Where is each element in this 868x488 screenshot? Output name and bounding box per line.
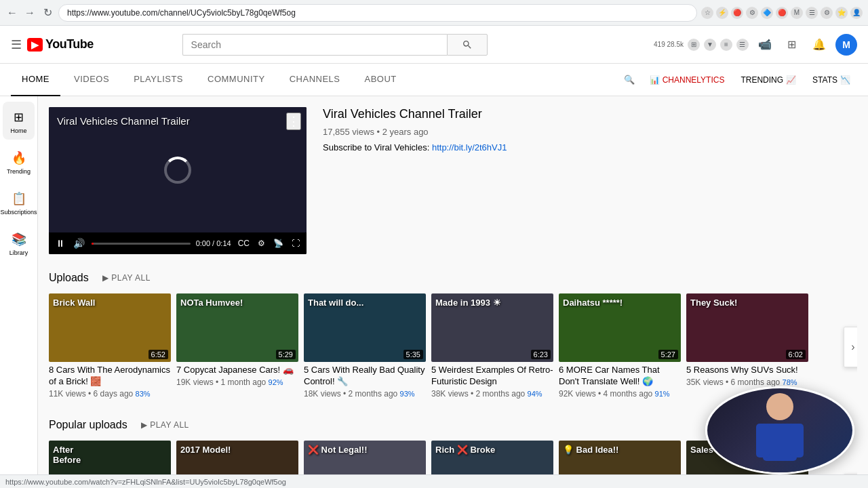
video-card-meta-2: 18K views • 2 months ago 93% (304, 389, 426, 399)
ext-icon-4[interactable]: 🔷 (761, 7, 773, 19)
ext-icon-10[interactable]: 👤 (850, 7, 863, 19)
bookmark-icon[interactable]: ☆ (701, 7, 713, 19)
ext-icon-1[interactable]: ⚡ (716, 7, 728, 19)
pause-button[interactable]: ⏸ (54, 237, 66, 250)
search-input[interactable] (182, 34, 447, 56)
sidebar-item-subscriptions[interactable]: 📋 Subscriptions (3, 183, 35, 221)
video-card-title-4: 6 MORE Car Names That Don't Translate We… (559, 365, 681, 388)
bandwidth-stat: 419 28.5k (654, 41, 684, 48)
hamburger-menu[interactable]: ☰ (11, 37, 22, 52)
video-player[interactable]: Viral Vehicles Channel Trailer ⋮ ⏸ 🔊 (49, 107, 307, 254)
subtitles-button[interactable]: CC (237, 237, 251, 249)
popular-play-all[interactable]: ▶ PLAY ALL (136, 418, 195, 432)
trending-button[interactable]: TRENDING 📈 (734, 69, 803, 91)
tab-home[interactable]: HOME (11, 64, 60, 96)
ext-icon-6[interactable]: M (791, 7, 803, 19)
apps-icon[interactable]: ⊞ (781, 34, 803, 56)
video-overlay-title: Viral Vehicles Channel Trailer (57, 115, 190, 127)
url-text: https://www.youtube.com/channel/UCy5viol… (67, 8, 296, 18)
uploads-title: Uploads (49, 272, 89, 284)
like-badge-2: 93% (400, 390, 415, 398)
mute-button[interactable]: 🔊 (72, 237, 86, 250)
svg-rect-2 (756, 424, 770, 458)
tab-about[interactable]: ABOUT (354, 64, 408, 96)
sidebar-item-trending[interactable]: 🔥 Trending (3, 142, 35, 180)
uploads-play-all[interactable]: ▶ PLAY ALL (97, 270, 156, 285)
video-thumb-3: Made in 1993 ☀ 6:23 (431, 293, 553, 362)
stats-button[interactable]: STATS 📉 (806, 69, 857, 91)
floating-video-inner (707, 388, 852, 472)
sidebar-item-library[interactable]: 📚 Library (3, 224, 35, 262)
youtube-header: ☰ ▶ YouTube 419 28.5k ⊞ ▼ ≡ ☰ 📹 ⊞ 🔔 M (0, 26, 868, 64)
video-card[interactable]: NOTa Humvee! 5:29 7 Copycat Japanese Car… (176, 293, 298, 390)
thumb-title-4: 💡 Bad Idea!! (563, 445, 618, 455)
tab-channels[interactable]: CHANNELS (279, 64, 351, 96)
video-thumb-5: They Suck! 6:02 (686, 293, 808, 362)
next-button[interactable]: › (844, 327, 857, 367)
address-bar[interactable]: https://www.youtube.com/channel/UCy5viol… (58, 4, 697, 22)
header-extensions: 419 28.5k ⊞ ▼ ≡ ☰ (654, 39, 749, 51)
ext-icon-9[interactable]: ⭐ (835, 7, 848, 19)
floating-video[interactable] (705, 386, 854, 474)
channelytics-button[interactable]: 📊 CHANNELYTICS (643, 69, 732, 91)
forward-button[interactable]: → (23, 6, 37, 20)
notifications-icon[interactable]: 🔔 (808, 34, 830, 56)
trending-icon: 📈 (786, 75, 796, 85)
video-controls: ⏸ 🔊 0:00 / 0:14 CC ⚙ 📡 ⛶ (49, 232, 307, 254)
cast-button[interactable]: 📡 (272, 237, 285, 249)
fullscreen-button[interactable]: ⛶ (290, 237, 301, 249)
status-bar: https://www.youtube.com/watch?v=zFHLqiSN… (0, 474, 868, 488)
video-card[interactable]: That will do... 5:35 5 Cars With Really … (304, 293, 426, 401)
like-badge-4: 91% (655, 390, 670, 398)
sidebar-subscriptions-label: Subscriptions (0, 209, 37, 216)
tab-videos[interactable]: VIDEOS (63, 64, 120, 96)
channel-search-button[interactable]: 🔍 (618, 69, 640, 91)
video-thumb-4: Daihatsu *****! 5:27 (559, 293, 681, 362)
duration-badge-2: 5:35 (403, 350, 423, 359)
progress-bar[interactable] (92, 243, 191, 245)
thumb-title-3: Rich ❌ Broke (435, 445, 495, 455)
sidebar-item-home[interactable]: ⊞ Home (3, 102, 35, 140)
uploads-header: Uploads ▶ PLAY ALL (49, 270, 857, 285)
home-icon: ⊞ (14, 110, 24, 125)
trending-icon: 🔥 (12, 150, 26, 165)
upload-icon[interactable]: 📹 (754, 34, 776, 56)
video-card[interactable]: They Suck! 6:02 5 Reasons Why SUVs Suck!… (686, 293, 808, 390)
user-avatar[interactable]: M (835, 34, 857, 56)
featured-meta: 17,855 views • 2 years ago (323, 127, 857, 137)
yt-logo-text: YouTube (45, 37, 94, 52)
search-area (182, 34, 488, 56)
settings-button[interactable]: ⚙ (256, 237, 267, 249)
thumb-title-1: 2017 Model! (180, 445, 231, 455)
search-button[interactable] (447, 34, 488, 56)
refresh-button[interactable]: ↻ (41, 6, 54, 20)
subscriptions-icon: 📋 (12, 191, 26, 206)
sidebar: ⊞ Home 🔥 Trending 📋 Subscriptions 📚 Libr… (0, 96, 38, 488)
video-card[interactable]: Brick Wall 6:52 8 Cars With The Aerodyna… (49, 293, 171, 401)
tab-playlists[interactable]: PLAYLISTS (123, 64, 194, 96)
list-icon[interactable]: ☰ (736, 39, 749, 51)
youtube-logo[interactable]: ▶ YouTube (27, 37, 94, 52)
filter-icon[interactable]: ▼ (704, 39, 716, 51)
browser-icons: ☆ ⚡ 🔴 ⚙ 🔷 🔴 M ☰ ⚙ ⭐ 👤 (701, 7, 863, 19)
video-card[interactable]: Daihatsu *****! 5:27 6 MORE Car Names Th… (559, 293, 681, 401)
featured-link[interactable]: http://bit.ly/2t6hVJ1 (432, 142, 507, 152)
back-button[interactable]: ← (5, 6, 19, 20)
popular-title: Popular uploads (49, 419, 127, 431)
video-more-button[interactable]: ⋮ (286, 113, 301, 130)
ext-icon-2[interactable]: 🔴 (731, 7, 743, 19)
ext-icon-5[interactable]: 🔴 (776, 7, 788, 19)
thumb-title-2: ❌ Not Legal!! (308, 445, 368, 455)
sidebar-trending-label: Trending (7, 168, 31, 175)
menu-icon[interactable]: ≡ (720, 39, 732, 51)
video-info-2: 5 Cars With Really Bad Quality Control! … (304, 362, 426, 401)
ext-icon-8[interactable]: ⚙ (821, 7, 833, 19)
ext-icon-7[interactable]: ☰ (806, 7, 818, 19)
ext-icon-3[interactable]: ⚙ (746, 7, 758, 19)
tab-community[interactable]: COMMUNITY (197, 64, 276, 96)
thumb-title-3: Made in 1993 ☀ (435, 298, 501, 308)
thumb-title-2: That will do... (308, 298, 363, 308)
video-info-0: 8 Cars With The Aerodynamics of a Brick!… (49, 362, 171, 401)
grid-icon[interactable]: ⊞ (688, 39, 700, 51)
video-card[interactable]: Made in 1993 ☀ 6:23 5 Weirdest Examples … (431, 293, 553, 401)
